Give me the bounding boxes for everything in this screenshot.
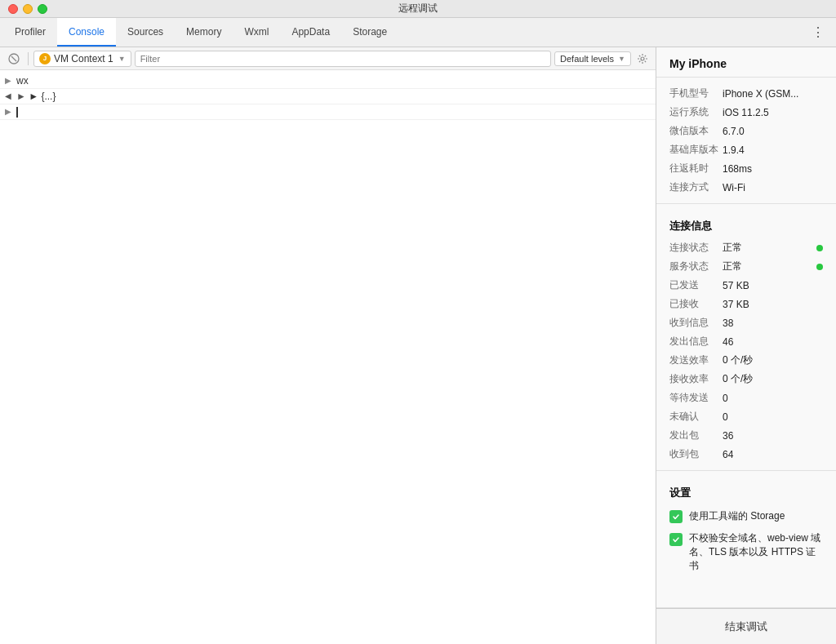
sent-msgs-value: 46 (723, 336, 823, 348)
more-options-button[interactable]: ⋮ (803, 18, 833, 47)
vm-context-chevron: ▼ (118, 55, 126, 63)
device-info-section: 手机型号 iPhone X (GSM... 运行系统 iOS 11.2.5 微信… (656, 78, 836, 204)
main-container: Profiler Console Sources Memory Wxml App… (0, 18, 836, 644)
expand-arrow-cursor: ▶ (5, 107, 16, 116)
recv-packets-label: 收到包 (669, 447, 723, 461)
filter-input[interactable] (135, 51, 551, 67)
expand-arrow-wx[interactable]: ▶ (5, 76, 16, 85)
minimize-button[interactable] (23, 4, 33, 14)
rtt-row: 往返耗时 168ms (656, 159, 836, 178)
traffic-lights (8, 4, 47, 14)
sent-msgs-row: 发出信息 46 (656, 332, 836, 351)
device-model-row: 手机型号 iPhone X (GSM... (656, 84, 836, 103)
iphone-panel: My iPhone 手机型号 iPhone X (GSM... 运行系统 iOS… (656, 47, 836, 644)
tabbar: Profiler Console Sources Memory Wxml App… (0, 18, 836, 47)
tab-memory[interactable]: Memory (175, 18, 233, 47)
send-rate-label: 发送效率 (669, 353, 723, 367)
wechat-version-label: 微信版本 (669, 124, 723, 138)
storage-checkbox-icon[interactable] (669, 510, 683, 523)
sent-bytes-label: 已发送 (669, 278, 723, 292)
console-panel: J VM Context 1 ▼ Default levels ▼ (0, 47, 656, 644)
tls-checkbox-icon[interactable] (669, 533, 683, 546)
sent-bytes-value: 57 KB (723, 280, 823, 291)
close-button[interactable] (8, 4, 18, 14)
sent-packets-value: 36 (723, 430, 823, 442)
end-debug-button[interactable]: 结束调试 (725, 620, 767, 634)
console-entry-wx: ▶ wx (0, 73, 656, 89)
console-entry-cursor-content[interactable] (16, 106, 651, 118)
svg-point-2 (641, 57, 644, 60)
conn-status-value: 正常 (723, 241, 810, 255)
vm-icon: J (39, 53, 51, 64)
service-status-value: 正常 (723, 260, 810, 273)
iphone-panel-title: My iPhone (656, 47, 836, 78)
recv-msgs-row: 收到信息 38 (656, 313, 836, 332)
service-status-dot (816, 264, 823, 270)
connection-type-row: 连接方式 Wi-Fi (656, 178, 836, 197)
connection-info-section: 连接信息 连接状态 正常 服务状态 正常 已发送 57 KB 已接收 (656, 204, 836, 471)
device-model-label: 手机型号 (669, 87, 723, 100)
recv-rate-label: 接收效率 (669, 372, 723, 386)
tab-sources[interactable]: Sources (116, 18, 175, 47)
pending-send-label: 等待发送 (669, 391, 723, 405)
base-lib-value: 1.9.4 (723, 144, 823, 156)
sent-bytes-row: 已发送 57 KB (656, 276, 836, 295)
pending-send-row: 等待发送 0 (656, 389, 836, 407)
svg-line-1 (11, 56, 16, 61)
console-entry-cursor: ▶ (0, 104, 656, 120)
log-level-label: Default levels (560, 54, 614, 64)
settings-section: 设置 使用工具端的 Storage 不校验安全域名、w (656, 471, 836, 608)
clear-console-button[interactable] (5, 50, 23, 68)
conn-status-dot (816, 245, 823, 251)
pending-send-value: 0 (723, 393, 823, 404)
tls-checkbox-row: 不校验安全域名、web-view 域名、TLS 版本以及 HTTPS 证书 (656, 527, 836, 576)
sent-msgs-label: 发出信息 (669, 335, 723, 349)
wechat-version-row: 微信版本 6.7.0 (656, 122, 836, 140)
recv-rate-row: 接收效率 0 个/秒 (656, 370, 836, 389)
unack-row: 未确认 0 (656, 407, 836, 426)
tab-appdata[interactable]: AppData (280, 18, 341, 47)
log-level-chevron: ▼ (618, 55, 625, 63)
recv-rate-value: 0 个/秒 (723, 372, 823, 386)
os-row: 运行系统 iOS 11.2.5 (656, 103, 836, 122)
unack-value: 0 (723, 411, 823, 423)
tab-console[interactable]: Console (57, 18, 116, 47)
rtt-label: 往返耗时 (669, 162, 723, 175)
console-settings-button[interactable] (634, 51, 651, 67)
content-area: J VM Context 1 ▼ Default levels ▼ (0, 47, 836, 644)
send-rate-value: 0 个/秒 (723, 353, 823, 367)
base-lib-label: 基础库版本 (669, 143, 723, 157)
os-label: 运行系统 (669, 105, 723, 119)
recv-bytes-value: 37 KB (723, 299, 823, 310)
sent-packets-label: 发出包 (669, 429, 723, 442)
tab-storage[interactable]: Storage (341, 18, 398, 47)
console-cursor (16, 107, 18, 118)
expand-arrow-obj[interactable]: ◀ (5, 91, 16, 100)
titlebar: 远程调试 (0, 0, 836, 18)
storage-checkbox-row: 使用工具端的 Storage (656, 505, 836, 527)
send-rate-row: 发送效率 0 个/秒 (656, 351, 836, 370)
console-toolbar: J VM Context 1 ▼ Default levels ▼ (0, 47, 656, 70)
toolbar-divider-1 (28, 52, 29, 65)
service-status-row: 服务状态 正常 (656, 257, 836, 276)
console-entry-wx-content: wx (16, 75, 651, 87)
console-output: ▶ wx ◀ ► ► {...} ▶ (0, 70, 656, 644)
recv-msgs-value: 38 (723, 318, 823, 329)
log-level-selector[interactable]: Default levels ▼ (554, 51, 631, 66)
recv-bytes-row: 已接收 37 KB (656, 295, 836, 313)
end-debug-bar[interactable]: 结束调试 (656, 608, 836, 644)
tab-wxml[interactable]: Wxml (233, 18, 280, 47)
unack-label: 未确认 (669, 410, 723, 424)
wechat-version-value: 6.7.0 (723, 126, 823, 137)
recv-packets-value: 64 (723, 449, 823, 460)
rtt-value: 168ms (723, 163, 823, 175)
vm-context-label: VM Context 1 (54, 53, 113, 64)
base-lib-row: 基础库版本 1.9.4 (656, 140, 836, 159)
maximize-button[interactable] (38, 4, 47, 14)
vm-context-selector[interactable]: J VM Context 1 ▼ (33, 51, 131, 67)
console-entry-obj: ◀ ► ► {...} (0, 89, 656, 104)
recv-msgs-label: 收到信息 (669, 316, 723, 330)
settings-section-title: 设置 (656, 477, 836, 505)
conn-status-label: 连接状态 (669, 241, 723, 255)
tab-profiler[interactable]: Profiler (3, 18, 57, 47)
